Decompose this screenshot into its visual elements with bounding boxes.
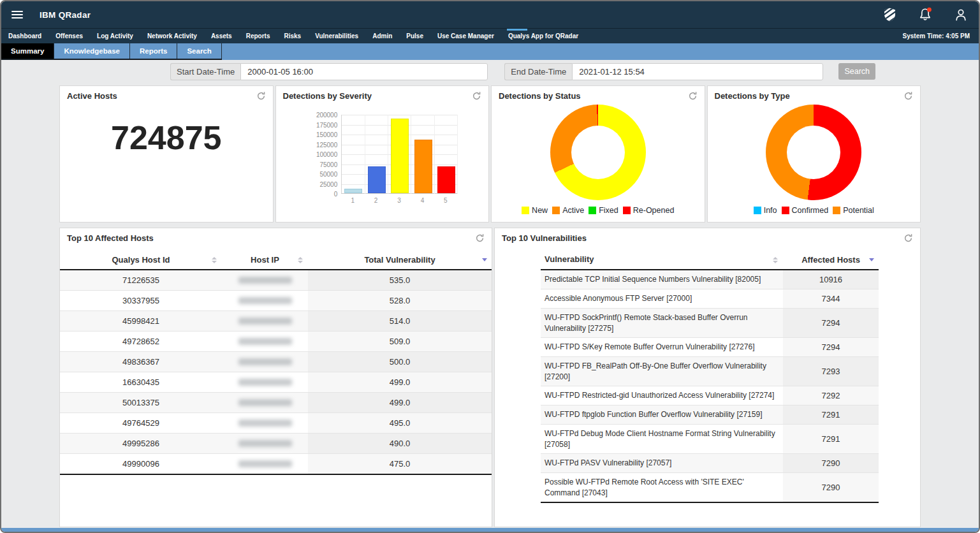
notifications-bell-icon[interactable] (918, 7, 933, 22)
end-date-input[interactable] (572, 63, 823, 80)
sort-desc-icon[interactable] (482, 258, 487, 261)
nav-item-dashboard[interactable]: Dashboard (1, 29, 48, 43)
total-vulnerability-cell: 528.0 (308, 291, 492, 310)
table-row: 50013375499.0 (60, 393, 492, 413)
date-filter-row: Start Date-Time End Date-Time Search (1, 60, 979, 83)
x-axis-tick: 5 (434, 197, 457, 204)
severity-bar-chart: 0250005000075000100000125000150000175000… (304, 112, 460, 213)
table-row: 49990096475.0 (60, 454, 492, 475)
total-vulnerability-cell: 500.0 (308, 352, 492, 372)
legend-item-potential[interactable]: Potential (833, 206, 874, 215)
legend-label: Active (562, 206, 584, 215)
legend-item-active[interactable]: Active (552, 206, 584, 215)
legend-label: Confirmed (792, 206, 829, 215)
gridline (388, 115, 388, 194)
y-axis-tick: 125000 (304, 142, 337, 149)
column-header-vulnerability[interactable]: Vulnerability (541, 251, 783, 269)
search-button[interactable]: Search (838, 63, 875, 80)
start-date-input[interactable] (240, 63, 488, 80)
total-vulnerability-cell: 509.0 (308, 332, 492, 351)
primary-nav-bar: DashboardOffensesLog ActivityNetwork Act… (1, 28, 979, 43)
tab-knowledgebase[interactable]: Knowledgebase (54, 43, 130, 59)
top-vulnerabilities-card: Top 10 Vulnerabilities VulnerabilityAffe… (494, 228, 921, 527)
refresh-icon[interactable] (475, 233, 485, 243)
severity-bar-4 (414, 140, 432, 193)
total-vulnerability-cell: 535.0 (308, 270, 492, 290)
redacted-host-ip (238, 358, 292, 365)
y-axis-tick: 175000 (304, 122, 337, 129)
refresh-icon[interactable] (256, 91, 266, 101)
sort-icon[interactable] (773, 257, 778, 263)
active-hosts-value: 724875 (60, 119, 273, 157)
gridline (411, 115, 411, 194)
nav-item-qualys-app-for-qradar[interactable]: Qualys App for QRadar (501, 29, 585, 43)
affected-hosts-cell: 10916 (783, 270, 879, 289)
total-vulnerability-cell: 514.0 (308, 311, 492, 331)
redacted-host-ip (238, 420, 292, 427)
affected-hosts-cell: 7293 (783, 357, 879, 386)
host-ip-cell (222, 332, 308, 351)
redacted-host-ip (238, 318, 292, 325)
y-axis-tick: 100000 (304, 151, 337, 158)
nav-item-vulnerabilities[interactable]: Vulnerabilities (308, 29, 365, 43)
user-icon[interactable] (953, 7, 969, 22)
menu-icon[interactable] (11, 9, 23, 20)
legend-swatch (754, 207, 761, 214)
legend-item-fixed[interactable]: Fixed (589, 206, 618, 215)
table-row: WU-FTPD FB_RealPath Off-By-One Buffer Ov… (541, 357, 879, 386)
qualys-tab-bar: SummaryKnowledgebaseReportsSearch (1, 43, 979, 60)
vulnerability-cell: Accessible Anonymous FTP Server [27000] (541, 289, 783, 308)
severity-bar-3 (391, 119, 409, 193)
y-axis-tick: 0 (304, 191, 337, 198)
vulnerability-cell: WU-FTPD ftpglob Function Buffer Overflow… (541, 405, 783, 424)
qualys-host-id-cell: 49728652 (60, 332, 222, 351)
refresh-icon[interactable] (903, 233, 913, 243)
nav-item-pulse[interactable]: Pulse (399, 29, 430, 43)
tab-search[interactable]: Search (177, 43, 221, 59)
active-hosts-title: Active Hosts (67, 91, 117, 101)
status-donut-chart (550, 105, 646, 200)
host-ip-cell (222, 352, 308, 372)
legend-swatch (833, 207, 840, 214)
qualys-host-id-cell: 45998421 (60, 311, 222, 331)
legend-swatch (522, 207, 529, 214)
qualys-host-id-cell: 30337955 (60, 291, 222, 310)
nav-item-assets[interactable]: Assets (204, 29, 239, 43)
table-row: WU-FTPD SockPrintf() Remote Stack-based … (541, 309, 879, 338)
host-ip-cell (222, 434, 308, 453)
sort-icon[interactable] (298, 257, 303, 263)
affected-hosts-table-title: Top 10 Affected Hosts (67, 233, 154, 243)
sort-icon[interactable] (212, 257, 217, 263)
column-header-label: Total Vulnerability (364, 255, 435, 265)
tab-reports[interactable]: Reports (130, 43, 177, 59)
refresh-icon[interactable] (903, 91, 913, 101)
column-header-affected-hosts[interactable]: Affected Hosts (783, 251, 879, 269)
table-row: 49836367500.0 (60, 352, 492, 372)
refresh-icon[interactable] (472, 91, 481, 101)
x-axis-tick: 2 (365, 197, 388, 204)
column-header-qualys-host-id[interactable]: Qualys Host Id (60, 251, 222, 269)
legend-label: Info (764, 206, 777, 215)
sort-desc-icon[interactable] (869, 258, 874, 261)
nav-item-use-case-manager[interactable]: Use Case Manager (430, 29, 501, 43)
column-header-host-ip[interactable]: Host IP (222, 251, 308, 269)
column-header-total-vulnerability[interactable]: Total Vulnerability (308, 251, 492, 269)
qualys-tabs: SummaryKnowledgebaseReportsSearch (1, 43, 222, 60)
qradar-assistant-shield-icon[interactable] (882, 7, 897, 22)
legend-item-info[interactable]: Info (754, 206, 777, 215)
legend-item-new[interactable]: New (522, 206, 548, 215)
nav-item-admin[interactable]: Admin (365, 29, 399, 43)
tab-summary[interactable]: Summary (1, 43, 54, 59)
nav-item-reports[interactable]: Reports (239, 29, 277, 43)
redacted-host-ip (238, 399, 292, 406)
nav-item-log-activity[interactable]: Log Activity (90, 29, 140, 43)
legend-item-re-opened[interactable]: Re-Opened (623, 206, 675, 215)
nav-item-risks[interactable]: Risks (277, 29, 308, 43)
nav-item-offenses[interactable]: Offenses (48, 29, 90, 43)
app-title: IBM QRadar (40, 10, 91, 20)
nav-item-network-activity[interactable]: Network Activity (140, 29, 204, 43)
legend-label: Fixed (599, 206, 618, 215)
legend-item-confirmed[interactable]: Confirmed (782, 206, 829, 215)
vulnerability-cell: WU-FTPd Debug Mode Client Hostname Forma… (541, 425, 783, 453)
refresh-icon[interactable] (688, 91, 698, 101)
